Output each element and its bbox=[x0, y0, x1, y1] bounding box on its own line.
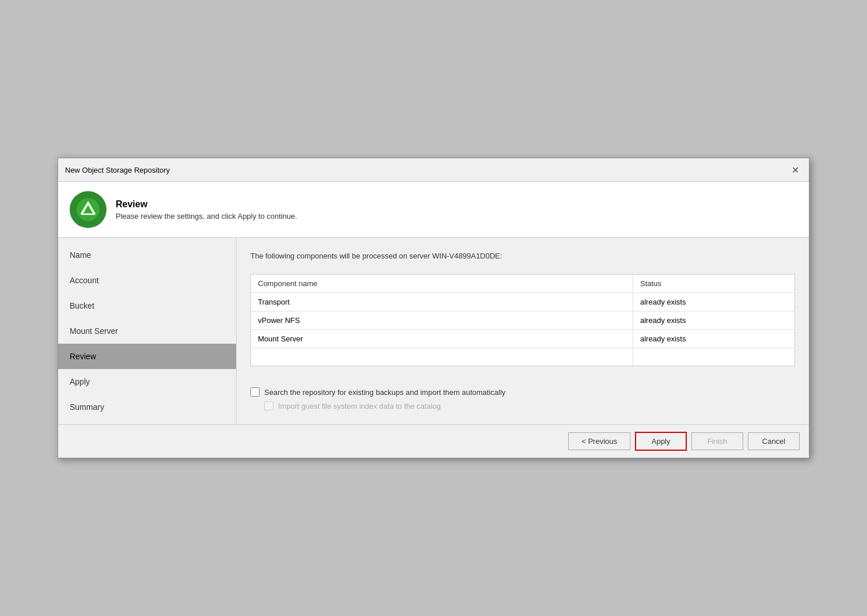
sidebar-item-apply[interactable]: Apply bbox=[58, 369, 236, 394]
components-table: Component name Status Transport already … bbox=[250, 274, 795, 366]
checkbox-row-search: Search the repository for existing backu… bbox=[250, 387, 795, 397]
col-header-status: Status bbox=[633, 275, 794, 292]
component-status: already exists bbox=[633, 293, 794, 311]
table-empty-row bbox=[251, 348, 794, 366]
table-header-row: Component name Status bbox=[251, 275, 794, 293]
header-subtitle: Please review the settings, and click Ap… bbox=[116, 212, 297, 220]
component-status: already exists bbox=[633, 311, 794, 329]
checkbox-row-import: Import guest file system index data to t… bbox=[264, 401, 795, 410]
header-title: Review bbox=[116, 199, 297, 210]
finish-button[interactable]: Finish bbox=[691, 432, 743, 450]
sidebar-item-summary[interactable]: Summary bbox=[58, 394, 236, 420]
component-status: already exists bbox=[633, 330, 794, 348]
title-bar: New Object Storage Repository ✕ bbox=[58, 158, 809, 182]
apply-button[interactable]: Apply bbox=[635, 432, 687, 451]
main-content: The following components will be process… bbox=[237, 238, 809, 424]
close-button[interactable]: ✕ bbox=[788, 163, 802, 177]
search-backups-checkbox[interactable] bbox=[250, 387, 260, 397]
header-text: Review Please review the settings, and c… bbox=[116, 199, 297, 220]
dialog: New Object Storage Repository ✕ Review P… bbox=[58, 158, 809, 458]
import-index-checkbox[interactable] bbox=[264, 401, 273, 410]
footer: < Previous Apply Finish Cancel bbox=[58, 424, 809, 458]
component-name: Transport bbox=[251, 293, 633, 311]
search-backups-label: Search the repository for existing backu… bbox=[264, 388, 505, 397]
import-index-label: Import guest file system index data to t… bbox=[278, 402, 441, 410]
table-row: Mount Server already exists bbox=[251, 330, 794, 348]
cancel-button[interactable]: Cancel bbox=[748, 432, 800, 450]
sidebar-item-bucket[interactable]: Bucket bbox=[58, 293, 236, 318]
content-area: Name Account Bucket Mount Server Review … bbox=[58, 238, 809, 424]
previous-button[interactable]: < Previous bbox=[568, 432, 630, 450]
col-header-component: Component name bbox=[251, 275, 633, 292]
sidebar: Name Account Bucket Mount Server Review … bbox=[58, 238, 237, 424]
sidebar-item-name[interactable]: Name bbox=[58, 242, 236, 268]
table-row: Transport already exists bbox=[251, 293, 794, 311]
info-text: The following components will be process… bbox=[250, 252, 795, 260]
logo-icon bbox=[70, 191, 107, 228]
table-row: vPower NFS already exists bbox=[251, 311, 794, 330]
component-name: Mount Server bbox=[251, 330, 633, 348]
dialog-title: New Object Storage Repository bbox=[65, 166, 170, 174]
sidebar-item-review[interactable]: Review bbox=[58, 344, 236, 369]
bottom-section: Search the repository for existing backu… bbox=[250, 378, 795, 410]
component-name: vPower NFS bbox=[251, 311, 633, 329]
sidebar-item-account[interactable]: Account bbox=[58, 268, 236, 293]
header-section: Review Please review the settings, and c… bbox=[58, 182, 809, 238]
sidebar-item-mount-server[interactable]: Mount Server bbox=[58, 318, 236, 344]
